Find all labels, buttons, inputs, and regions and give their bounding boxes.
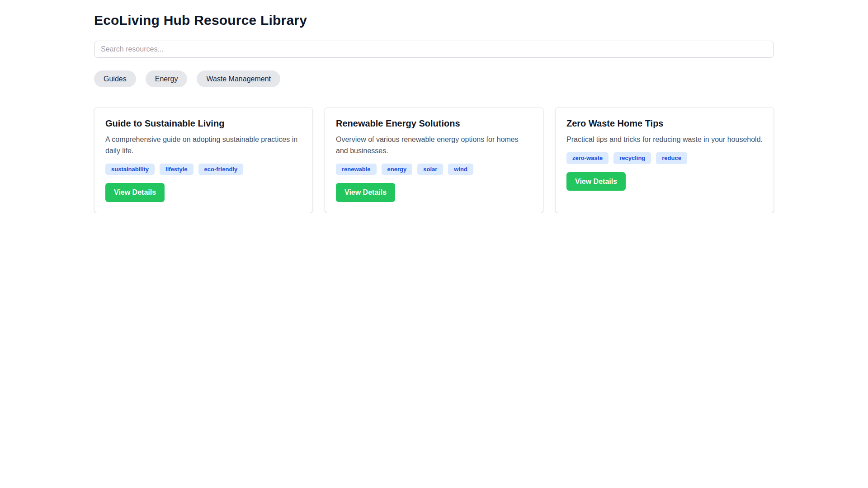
resource-card-grid: Guide to Sustainable Living A comprehens…	[94, 107, 774, 213]
filter-chip-row: Guides Energy Waste Management	[94, 70, 774, 87]
card-description: Overview of various renewable energy opt…	[336, 134, 532, 157]
search-input[interactable]	[94, 41, 774, 58]
tag-badge: energy	[382, 164, 413, 175]
tag-badge: sustainability	[105, 164, 155, 175]
tag-badge: lifestyle	[160, 164, 193, 175]
card-description: Practical tips and tricks for reducing w…	[566, 134, 763, 145]
tag-badge: solar	[417, 164, 443, 175]
filter-chip[interactable]: Waste Management	[197, 70, 280, 87]
tag-badge: zero-waste	[566, 152, 609, 164]
card-title: Zero Waste Home Tips	[566, 118, 763, 129]
tag-badge: recycling	[613, 152, 651, 164]
view-details-button[interactable]: View Details	[105, 183, 165, 202]
tag-list: zero-wasterecyclingreduce	[566, 152, 763, 164]
resource-card: Renewable Energy Solutions Overview of v…	[325, 107, 543, 213]
resource-card: Zero Waste Home Tips Practical tips and …	[555, 107, 774, 213]
tag-badge: reduce	[656, 152, 687, 164]
card-title: Guide to Sustainable Living	[105, 118, 302, 129]
card-description: A comprehensive guide on adopting sustai…	[105, 134, 302, 157]
tag-list: sustainabilitylifestyleeco-friendly	[105, 164, 302, 175]
tag-badge: wind	[448, 164, 473, 175]
resource-library-page: EcoLiving Hub Resource Library Guides En…	[94, 0, 774, 213]
page-title: EcoLiving Hub Resource Library	[94, 13, 774, 28]
filter-chip[interactable]: Guides	[94, 70, 136, 87]
resource-card: Guide to Sustainable Living A comprehens…	[94, 107, 313, 213]
view-details-button[interactable]: View Details	[336, 183, 395, 202]
tag-badge: renewable	[336, 164, 377, 175]
card-title: Renewable Energy Solutions	[336, 118, 532, 129]
view-details-button[interactable]: View Details	[566, 172, 626, 191]
tag-list: renewableenergysolarwind	[336, 164, 532, 175]
tag-badge: eco-friendly	[198, 164, 244, 175]
filter-chip[interactable]: Energy	[146, 70, 188, 87]
